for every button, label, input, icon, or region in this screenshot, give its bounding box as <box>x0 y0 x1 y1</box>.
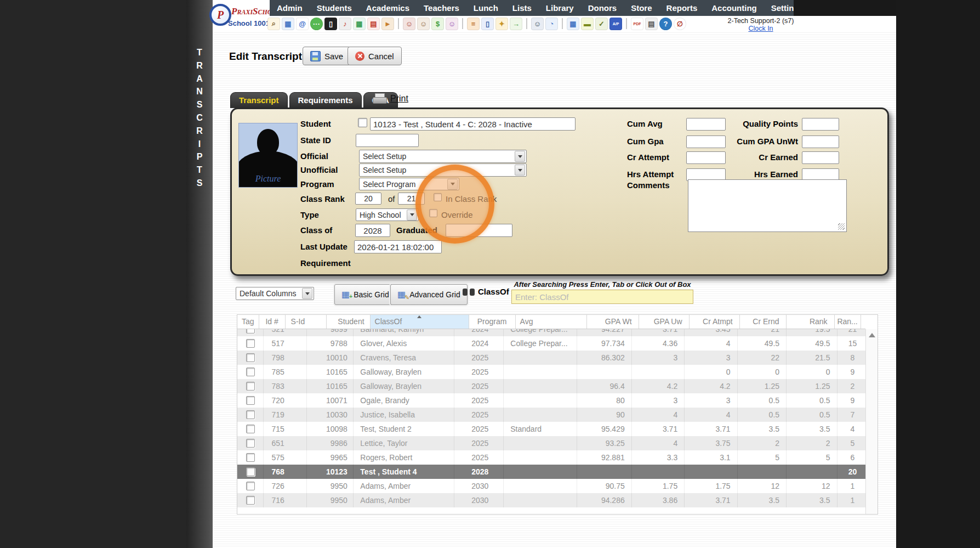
state-id-field[interactable] <box>356 134 419 147</box>
col-avg[interactable]: Avg <box>516 315 587 329</box>
nav-store[interactable]: Store <box>624 0 659 16</box>
table-row[interactable]: 715 10098 Test, Student 2 2025 Standard … <box>237 422 865 436</box>
row-tag-checkbox[interactable] <box>246 339 255 348</box>
table-row[interactable]: 783 10165 Galloway, Braylen 2025 96.4 4.… <box>237 379 865 393</box>
quality-points-field[interactable] <box>802 118 839 131</box>
time-clock-icon[interactable]: ◔ <box>545 18 558 30</box>
bell-icon[interactable]: ✦ <box>495 18 508 30</box>
nav-reports[interactable]: Reports <box>659 0 705 16</box>
row-tag-checkbox[interactable] <box>246 439 255 448</box>
table-row[interactable]: 720 10071 Ogale, Brandy 2025 80 3 3 0.5 … <box>237 393 865 408</box>
student-field[interactable] <box>370 117 576 131</box>
schedule-calendar-icon[interactable]: ▦ <box>353 18 366 30</box>
class-rank-of-field[interactable] <box>398 193 425 205</box>
row-tag-checkbox[interactable] <box>246 410 255 419</box>
class-of-field[interactable] <box>355 224 390 237</box>
nav-admin[interactable]: Admin <box>270 0 310 16</box>
nav-donors[interactable]: Donors <box>581 0 624 16</box>
ap-badge-icon[interactable]: A/P <box>609 18 622 30</box>
unofficial-select[interactable]: Select Setup <box>359 163 527 177</box>
comments-textarea[interactable] <box>688 179 847 232</box>
type-select[interactable]: High School <box>356 208 419 221</box>
check-printing-icon[interactable]: ✓ <box>595 18 608 30</box>
official-select[interactable]: Select Setup <box>359 150 527 163</box>
cr-earned-field[interactable] <box>802 151 839 164</box>
row-tag-checkbox[interactable] <box>246 396 255 405</box>
row-tag-checkbox[interactable] <box>246 482 255 490</box>
add-student-icon[interactable]: ☺ <box>403 18 415 30</box>
classof-search-input[interactable] <box>511 290 693 304</box>
col-gpa-wt[interactable]: GPA Wt <box>587 315 639 329</box>
phone-icon[interactable]: ▯ <box>324 18 337 30</box>
gradebook-icon[interactable]: ▦ <box>567 18 579 30</box>
calendar-red-icon[interactable]: ▤ <box>367 18 380 30</box>
row-tag-checkbox[interactable] <box>246 329 255 334</box>
basic-grid-button[interactable]: ▦+Basic Grid <box>334 284 396 305</box>
export-icon[interactable]: → <box>510 18 522 30</box>
table-row[interactable]: 517 9788 Glover, Alexis 2024 College Pre… <box>237 336 865 351</box>
store-icon[interactable]: ▯ <box>481 18 494 30</box>
table-row[interactable]: 716 9950 Adams, Amber 2030 94.286 3.86 3… <box>237 493 865 507</box>
row-tag-checkbox[interactable] <box>246 496 255 505</box>
row-tag-checkbox[interactable] <box>246 453 255 462</box>
table-row[interactable]: 785 10165 Galloway, Braylen 2025 0 0 0 9… <box>237 365 865 379</box>
lunch-icon[interactable]: ≡ <box>467 18 480 30</box>
table-row[interactable]: 798 10010 Cravens, Teresa 2025 86.302 3 … <box>237 351 865 365</box>
scroll-up-icon[interactable] <box>869 333 875 337</box>
col-classof[interactable]: ClassOf <box>371 315 469 329</box>
table-row[interactable]: 521 9899 Barnhardt, Kamlyn 2024 College … <box>237 329 865 336</box>
nav-students[interactable]: Students <box>310 0 359 16</box>
student-records-icon[interactable]: ☺ <box>417 18 430 30</box>
credit-card-icon[interactable]: ▬ <box>581 18 594 30</box>
row-tag-checkbox[interactable] <box>246 425 255 433</box>
staff-icon[interactable]: ☺ <box>531 18 544 30</box>
col-tag[interactable]: Tag <box>237 315 259 329</box>
in-class-rank-checkbox[interactable] <box>434 193 442 201</box>
print-icon[interactable]: ▤ <box>645 18 658 30</box>
family-icon[interactable]: ☺ <box>446 18 458 30</box>
nav-accounting[interactable]: Accounting <box>704 0 764 16</box>
help-icon[interactable]: ? <box>659 18 672 30</box>
graduated-field[interactable] <box>446 224 512 237</box>
nav-lists[interactable]: Lists <box>505 0 539 16</box>
resize-grip[interactable] <box>838 223 845 230</box>
override-checkbox[interactable] <box>429 209 437 217</box>
col-sid[interactable]: S-Id <box>286 315 327 329</box>
search-icon[interactable]: ⌕ <box>267 18 280 30</box>
table-row[interactable]: 575 9965 Rogers, Robert 2025 92.881 3.3 … <box>237 450 865 465</box>
nav-academics[interactable]: Academics <box>359 0 417 16</box>
pdf-icon[interactable]: PDF <box>631 18 643 30</box>
col-id[interactable]: Id # <box>259 315 286 329</box>
nav-teachers[interactable]: Teachers <box>417 0 466 16</box>
tab-transcript[interactable]: Transcript <box>230 92 288 108</box>
cum-gpa-unwt-field[interactable] <box>802 135 839 148</box>
calendar-grid-icon[interactable]: ▦ <box>282 18 294 30</box>
col-ran[interactable]: Ran... <box>835 315 861 329</box>
row-tag-checkbox[interactable] <box>246 353 255 362</box>
nav-library[interactable]: Library <box>539 0 581 16</box>
money-icon[interactable]: $ <box>431 18 444 30</box>
chat-icon[interactable]: ··· <box>310 18 323 30</box>
tab-requirements[interactable]: Requirements <box>289 92 362 108</box>
nav-lunch[interactable]: Lunch <box>466 0 505 16</box>
columns-select[interactable]: Default Columns <box>236 287 314 300</box>
advanced-grid-button[interactable]: ▦✎Advanced Grid <box>390 284 468 305</box>
cancel-button[interactable]: Cancel <box>347 47 402 65</box>
row-tag-checkbox[interactable] <box>246 467 255 476</box>
email-icon[interactable]: @ <box>296 18 309 30</box>
megaphone-icon[interactable]: ► <box>381 18 394 30</box>
alert-stop-icon[interactable]: ∅ <box>674 18 686 30</box>
row-tag-checkbox[interactable] <box>246 368 255 376</box>
table-row[interactable]: 651 9986 Lettice, Taylor 2025 93.25 4 3.… <box>237 436 865 450</box>
grid-scrollbar[interactable] <box>865 329 878 514</box>
class-rank-field[interactable] <box>355 193 381 205</box>
program-select[interactable]: Select Program <box>359 178 459 190</box>
table-row[interactable]: 719 10030 Justice, Isabella 2025 90 4 4 … <box>237 408 865 422</box>
last-update-field[interactable] <box>354 240 442 253</box>
col-gpa-uw[interactable]: GPA Uw <box>639 315 690 329</box>
col-rank[interactable]: Rank <box>787 315 835 329</box>
col-cr-atmpt[interactable]: Cr Atmpt <box>690 315 740 329</box>
table-row[interactable]: 726 9950 Adams, Amber 2030 90.75 1.75 1.… <box>237 479 865 493</box>
student-checkbox[interactable] <box>358 118 367 127</box>
row-tag-checkbox[interactable] <box>246 382 255 391</box>
